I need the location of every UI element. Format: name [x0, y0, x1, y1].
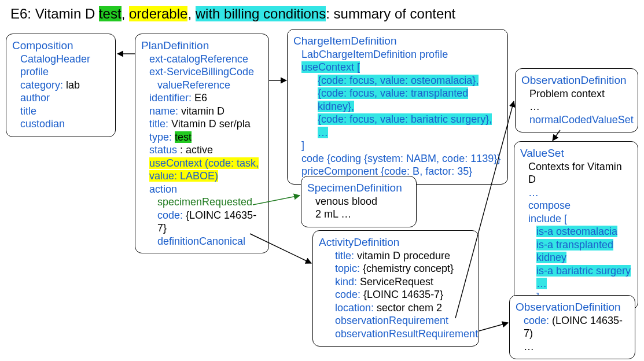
valueset-l2: …	[520, 186, 632, 200]
plan-type: type: test	[141, 131, 263, 144]
plan-specimen-requested: specimenRequested	[141, 196, 263, 209]
composition-category: category: lab	[12, 79, 109, 92]
valueset-l5: is-a osteomalacia	[520, 225, 632, 238]
plan-title: title: Vitamin D ser/pla	[141, 117, 263, 131]
title-sep2: ,	[187, 6, 195, 21]
chargeitem-box: ChargeItemDefinition LabChargeItemDefini…	[287, 29, 508, 185]
charge-uc-1: {code: focus, value: osteomalacia},	[293, 74, 502, 87]
obs2-code: code: (LOINC 14635-7)	[516, 314, 629, 340]
specimen-box: SpecimenDefinition venous blood 2 mL …	[301, 176, 417, 227]
charge-uc-2: {code: focus, value: transplanted kidney…	[293, 87, 502, 113]
plan-ext-catalog: ext-catalogReference	[141, 53, 263, 66]
activity-title: title: vitamin D procedure	[319, 249, 473, 263]
activity-box: ActivityDefinition title: vitamin D proc…	[312, 230, 479, 347]
valueset-l6: is-a transplanted kidney	[520, 238, 632, 264]
activity-obsreq: observationRequirement	[319, 314, 473, 327]
composition-profile: CatalogHeader profile	[12, 53, 109, 79]
specimen-l2: 2 mL …	[307, 208, 410, 221]
plan-defcanonical: definitionCanonical	[141, 235, 263, 248]
obs1-l1: Problem context	[521, 87, 632, 101]
composition-author: author	[12, 91, 109, 105]
specimen-header: SpecimenDefinition	[307, 181, 410, 195]
page-title: E6: Vitamin D test, orderable, with bill…	[10, 6, 455, 22]
charge-code: code {coding {system: NABM, code: 1139}}	[293, 152, 502, 165]
obs2-ellipsis: …	[516, 340, 629, 353]
valueset-l1: Contexts for Vitamin D	[520, 160, 632, 186]
valueset-l8: …	[520, 277, 632, 290]
plan-status: status : active	[141, 143, 263, 157]
composition-title: title	[12, 105, 109, 118]
svg-line-5	[479, 323, 508, 331]
obs1-header: ObservationDefinition	[521, 73, 632, 87]
activity-header: ActivityDefinition	[319, 235, 473, 249]
title-sep1: ,	[122, 6, 129, 21]
activity-kind: kind: ServiceRequest	[319, 275, 473, 289]
composition-box: Composition CatalogHeader profile catego…	[6, 34, 116, 137]
charge-usecontext-close: ]	[293, 139, 502, 152]
valueset-l7: is-a bariatric surgery	[520, 264, 632, 278]
plan-identifier: identifier: E6	[141, 91, 263, 105]
title-highlight-test: test	[99, 6, 122, 21]
plan-ext-billing: ext-ServiceBillingCode	[141, 65, 263, 79]
valueset-header: ValueSet	[520, 146, 632, 160]
plan-valueref: valueReference	[141, 79, 263, 92]
activity-location: location: sector chem 2	[319, 301, 473, 315]
charge-usecontext-open: useContext [	[293, 61, 502, 74]
activity-obsresult: observationResultRequirement	[319, 327, 473, 341]
obsdef2-box: ObservationDefinition code: (LOINC 14635…	[509, 295, 635, 359]
plan-action: action	[141, 183, 263, 196]
obs1-l2: …	[521, 100, 632, 113]
charge-uc-3: {code: focus, value: bariatric surgery},	[293, 113, 502, 126]
plan-usecontext-1: useContext (code: task,	[141, 157, 263, 170]
charge-uc-ellipsis: …	[293, 126, 502, 139]
charge-profile: LabChargeItemDefinition profile	[293, 48, 502, 61]
title-prefix: E6: Vitamin D	[10, 6, 99, 21]
title-suffix: : summary of content	[326, 6, 455, 21]
activity-code: code: {LOINC 14635-7}	[319, 288, 473, 301]
valueset-include: include [	[520, 212, 632, 226]
obsdef1-box: ObservationDefinition Problem context … …	[515, 68, 638, 132]
composition-custodian: custodian	[12, 117, 109, 131]
valueset-compose: compose	[520, 199, 632, 212]
obs1-normalcoded: normalCodedValueSet	[521, 113, 632, 127]
specimen-l1: venous blood	[307, 195, 410, 208]
plandefinition-box: PlanDefinition ext-catalogReference ext-…	[135, 34, 269, 253]
title-highlight-billing: with billing conditions	[196, 6, 326, 21]
charge-header: ChargeItemDefinition	[293, 34, 502, 48]
plan-code: code: {LOINC 14635-7}	[141, 209, 263, 235]
title-highlight-orderable: orderable	[129, 6, 187, 21]
obs2-header: ObservationDefinition	[516, 300, 629, 314]
composition-header: Composition	[12, 39, 109, 53]
valueset-box: ValueSet Contexts for Vitamin D … compos…	[514, 141, 638, 310]
plan-header: PlanDefinition	[141, 39, 263, 53]
plan-name: name: vitamin D	[141, 105, 263, 118]
plan-usecontext-2: value: LABOE)	[141, 170, 263, 183]
activity-topic: topic: {chemistry concept}	[319, 262, 473, 275]
